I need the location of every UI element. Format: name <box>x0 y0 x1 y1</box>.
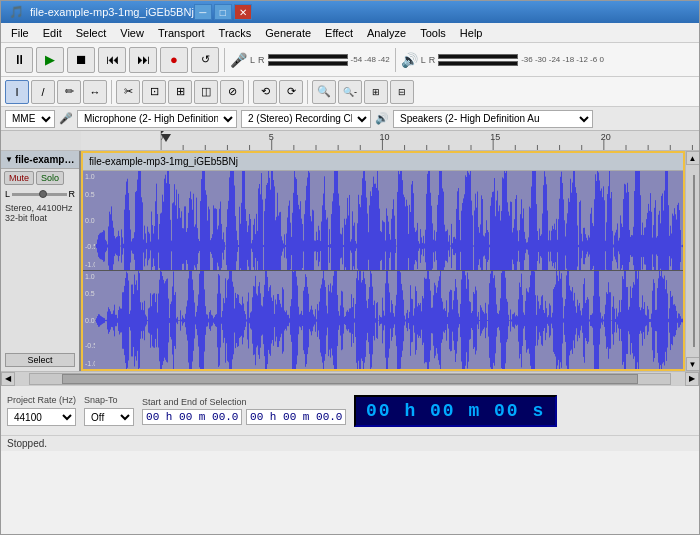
paste-button[interactable]: ⊞ <box>168 80 192 104</box>
output-label-r: R <box>429 55 436 65</box>
meter-scale-left: -54 -48 -42 <box>351 55 390 64</box>
skip-end-button[interactable]: ⏭ <box>129 47 157 73</box>
copy-button[interactable]: ⊡ <box>142 80 166 104</box>
pause-button[interactable]: ⏸ <box>5 47 33 73</box>
project-rate-group: Project Rate (Hz) 44100 <box>7 395 76 426</box>
zoom-out-button[interactable]: 🔍- <box>338 80 362 104</box>
window-controls: ─ □ ✕ <box>194 4 252 20</box>
separator1 <box>224 48 225 72</box>
track-name-bar[interactable]: ▼ file-example... <box>1 151 79 169</box>
cut-button[interactable]: ✂ <box>116 80 140 104</box>
minimize-button[interactable]: ─ <box>194 4 212 20</box>
separator5 <box>307 80 308 104</box>
menu-help[interactable]: Help <box>454 25 489 41</box>
zoom-in-button[interactable]: 🔍 <box>312 80 336 104</box>
menu-transport[interactable]: Transport <box>152 25 211 41</box>
draw-tool-button[interactable]: ✏ <box>57 80 81 104</box>
r-label: R <box>69 189 76 199</box>
track-info: Stereo, 44100Hz 32-bit float <box>1 201 79 225</box>
window-title: file-example-mp3-1mg_iGEb5BNj <box>30 6 194 18</box>
maximize-button[interactable]: □ <box>214 4 232 20</box>
project-rate-select[interactable]: 44100 <box>7 408 76 426</box>
menu-effect[interactable]: Effect <box>319 25 359 41</box>
pan-slider[interactable] <box>12 193 66 196</box>
menu-view[interactable]: View <box>114 25 150 41</box>
trim-button[interactable]: ◫ <box>194 80 218 104</box>
output-device-select[interactable]: Speakers (2- High Definition Au <box>393 110 593 128</box>
fit-project-button[interactable]: ⊟ <box>390 80 414 104</box>
selection-end-input[interactable] <box>246 409 346 425</box>
selection-start-input[interactable] <box>142 409 242 425</box>
record-button[interactable]: ● <box>160 47 188 73</box>
input-device-select[interactable]: Microphone (2- High Definition <box>77 110 237 128</box>
track-buttons: Mute Solo <box>1 169 79 187</box>
play-button[interactable]: ▶ <box>36 47 64 73</box>
collapse-arrow[interactable]: ▼ <box>5 155 13 164</box>
loop-button[interactable]: ↺ <box>191 47 219 73</box>
snap-to-group: Snap-To Off <box>84 395 134 426</box>
menu-tracks[interactable]: Tracks <box>213 25 258 41</box>
selection-group: Start and End of Selection <box>142 397 346 425</box>
snap-to-select[interactable]: Off <box>84 408 134 426</box>
select-button[interactable]: Select <box>5 353 75 367</box>
track-area: ▼ file-example... Mute Solo L R Stereo, … <box>1 151 699 371</box>
separator3 <box>111 80 112 104</box>
stop-button[interactable]: ⏹ <box>67 47 95 73</box>
time-display-value: 00 h 00 m 00 s <box>366 401 545 421</box>
status-text: Stopped. <box>7 438 47 449</box>
audio-host-select[interactable]: MME <box>5 110 55 128</box>
menu-generate[interactable]: Generate <box>259 25 317 41</box>
channel-area: 1.0 0.5 0.0 -0.5 -1.0 1.0 0.5 0.0 -0.5 -… <box>83 171 683 369</box>
hscroll-right[interactable]: ▶ <box>685 372 699 386</box>
edit-toolbar: I / ✏ ↔ ✂ ⊡ ⊞ ◫ ⊘ ⟲ ⟳ 🔍 🔍- ⊞ ⊟ <box>1 77 699 107</box>
undo-button[interactable]: ⟲ <box>253 80 277 104</box>
zoom-selection-button[interactable]: ⊞ <box>364 80 388 104</box>
wave-title-text: file-example-mp3-1mg_iGEb5BNj <box>89 156 238 167</box>
title-bar: 🎵 file-example-mp3-1mg_iGEb5BNj ─ □ ✕ <box>1 1 699 23</box>
project-rate-label: Project Rate (Hz) <box>7 395 76 405</box>
channel-top: 1.0 0.5 0.0 -0.5 -1.0 <box>83 171 683 270</box>
skip-start-button[interactable]: ⏮ <box>98 47 126 73</box>
mic-icon: 🎤 <box>230 52 247 68</box>
selection-tool-button[interactable]: I <box>5 80 29 104</box>
vertical-scrollbar: ▲ ▼ <box>685 151 699 371</box>
track-name-text: file-example... <box>15 154 75 165</box>
channel-select[interactable]: 2 (Stereo) Recording Chann ... <box>241 110 371 128</box>
horizontal-scrollbar: ◀ ▶ <box>1 371 699 385</box>
y-label-0-0-top: 0.0 <box>85 217 95 224</box>
speaker-icon: 🔊 <box>401 52 418 68</box>
hscroll-track <box>29 373 671 385</box>
hscroll-left[interactable]: ◀ <box>1 372 15 386</box>
close-button[interactable]: ✕ <box>234 4 252 20</box>
hscroll-thumb[interactable] <box>62 374 638 384</box>
snap-to-label: Snap-To <box>84 395 134 405</box>
app-icon: 🎵 <box>9 5 24 19</box>
timeline-ruler <box>1 131 699 151</box>
menu-bar: File Edit Select View Transport Tracks G… <box>1 23 699 43</box>
menu-select[interactable]: Select <box>70 25 113 41</box>
waveform-panel: file-example-mp3-1mg_iGEb5BNj 1.0 0.5 0.… <box>81 151 685 371</box>
vscroll-up[interactable]: ▲ <box>686 151 700 165</box>
track-panel: ▼ file-example... Mute Solo L R Stereo, … <box>1 151 81 371</box>
menu-edit[interactable]: Edit <box>37 25 68 41</box>
menu-analyze[interactable]: Analyze <box>361 25 412 41</box>
envelope-tool-button[interactable]: / <box>31 80 55 104</box>
menu-tools[interactable]: Tools <box>414 25 452 41</box>
mute-button[interactable]: Mute <box>4 171 34 185</box>
timeshift-tool-button[interactable]: ↔ <box>83 80 107 104</box>
solo-button[interactable]: Solo <box>36 171 64 185</box>
mic-label-l: L <box>250 55 255 65</box>
output-scale: -36 -30 -24 -18 -12 -6 0 <box>521 55 604 64</box>
vscroll-down[interactable]: ▼ <box>686 357 700 371</box>
pan-control: L R <box>1 187 79 201</box>
speaker-device-icon: 🔊 <box>375 112 389 125</box>
redo-button[interactable]: ⟳ <box>279 80 303 104</box>
y-label-0-5: 0.5 <box>85 191 95 198</box>
y-label-1-0-bot: 1.0 <box>85 273 95 280</box>
menu-file[interactable]: File <box>5 25 35 41</box>
silence-button[interactable]: ⊘ <box>220 80 244 104</box>
time-display: 00 h 00 m 00 s <box>354 395 557 427</box>
vscroll-thumb[interactable] <box>693 175 695 348</box>
waveform-bottom-canvas <box>95 271 683 370</box>
selection-label: Start and End of Selection <box>142 397 346 407</box>
